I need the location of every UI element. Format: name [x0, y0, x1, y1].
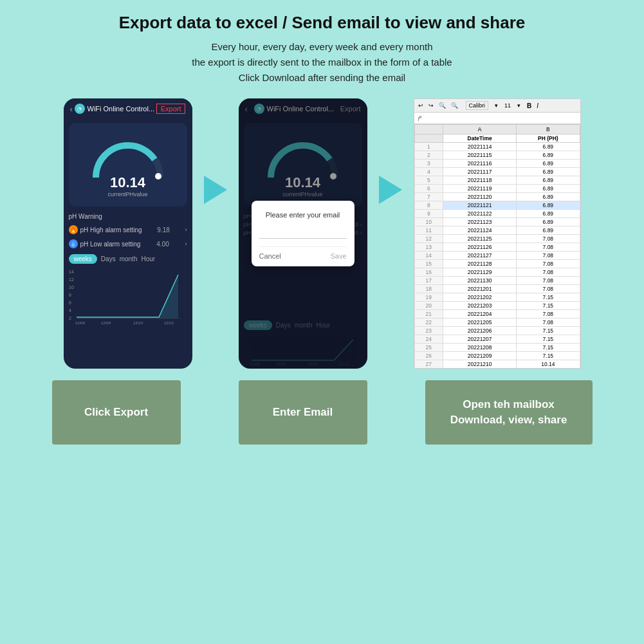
ph-cell: 6.89: [517, 176, 580, 185]
ph-cell: 6.89: [517, 168, 580, 176]
dialog-title: Please enter your email: [259, 211, 347, 219]
svg-text:8: 8: [69, 293, 71, 297]
row-num: 11: [414, 226, 443, 235]
table-row: 26 20221209 7.15: [414, 352, 580, 360]
arrow2-icon: [379, 176, 402, 204]
ph-cell: 7.15: [517, 327, 580, 335]
ph-cell: 10.14: [517, 360, 580, 369]
table-row: 13 20221126 7.08: [414, 243, 580, 252]
step2-label-box: Enter Email: [239, 380, 367, 445]
phone1-tab-hour[interactable]: Hour: [141, 255, 155, 262]
phone1-alarm-low-label: pH Low alarm setting: [80, 241, 141, 248]
table-row: 22 20221205 7.08: [414, 318, 580, 327]
row-num: 21: [414, 310, 443, 318]
svg-text:12/10: 12/10: [133, 321, 143, 325]
undo2-icon[interactable]: ↪: [428, 102, 434, 109]
table-row: 11 20221124 6.89: [414, 226, 580, 235]
ph-cell: 7.08: [517, 235, 580, 243]
row-num: 12: [414, 235, 443, 243]
svg-text:10: 10: [69, 285, 74, 290]
date-cell: 20221124: [443, 226, 517, 235]
date-cell: 20221128: [443, 260, 517, 268]
col-b-header[interactable]: B: [517, 125, 580, 134]
svg-text:12/06: 12/06: [75, 321, 86, 325]
table-row: 25 20221208 7.15: [414, 344, 580, 352]
table-row: 5 20221118 6.89: [414, 176, 580, 185]
row-num: 27: [414, 360, 443, 369]
zoom-in-icon[interactable]: 🔍: [451, 102, 458, 109]
table-row: 27 20221210 10.14: [414, 360, 580, 369]
table-row: 21 20221204 7.08: [414, 310, 580, 318]
table-row: 18 20221201 7.08: [414, 285, 580, 293]
labels-row: Click Export Enter Email Open teh mailbo…: [19, 380, 625, 445]
ph-cell: 7.08: [517, 318, 580, 327]
header-date: DateTime: [443, 134, 517, 143]
date-cell: 20221119: [443, 185, 517, 193]
dialog-email-input[interactable]: [259, 226, 347, 239]
formula-fx: fx: [418, 114, 422, 122]
phone1-tab-month[interactable]: month: [120, 255, 138, 262]
date-cell: 20221122: [443, 210, 517, 218]
table-row: 9 20221122 6.89: [414, 210, 580, 218]
phone1: ‹ ◔ WiFi Online Control... Export 10.14 …: [64, 98, 192, 369]
page-title: Export data to excel / Send email to vie…: [119, 13, 525, 33]
step1-label-box: Click Export: [52, 380, 181, 445]
phone1-tab-weeks[interactable]: weeks: [69, 254, 97, 264]
ph-cell: 7.08: [517, 252, 580, 260]
date-cell: 20221118: [443, 176, 517, 185]
row-num: 9: [414, 210, 443, 218]
phone1-alarm-high-arrow: ›: [185, 226, 187, 233]
row-num: 6: [414, 185, 443, 193]
row-num: 18: [414, 285, 443, 293]
page-subtitle: Every hour, every day, every week and ev…: [192, 39, 452, 86]
ph-cell: 7.15: [517, 335, 580, 344]
col-a-header[interactable]: A: [443, 125, 517, 134]
date-cell: 20221127: [443, 252, 517, 260]
dialog-cancel-button[interactable]: Cancel: [259, 252, 281, 260]
table-row: 7 20221120 6.89: [414, 193, 580, 201]
table-row: 10 20221123 6.89: [414, 218, 580, 226]
ph-cell: 7.08: [517, 277, 580, 285]
date-cell: 20221114: [443, 143, 517, 151]
date-cell: 20221206: [443, 327, 517, 335]
date-cell: 20221201: [443, 285, 517, 293]
date-cell: 20221207: [443, 335, 517, 344]
ph-cell: 6.89: [517, 143, 580, 151]
svg-text:2: 2: [69, 316, 71, 320]
font-selector[interactable]: Calibri: [466, 101, 489, 110]
row-num: 14: [414, 252, 443, 260]
svg-text:12/12: 12/12: [164, 321, 174, 325]
alarm-low-dot: 💧: [69, 239, 78, 248]
row-num: 26: [414, 352, 443, 360]
row-num: 25: [414, 344, 443, 352]
row-num: 4: [414, 168, 443, 176]
phone1-tab-days[interactable]: Days: [101, 255, 116, 262]
phone2: ‹ ◔ WiFi Online Control... Export 10.14 …: [239, 98, 367, 369]
ph-cell: 7.15: [517, 352, 580, 360]
row-num: 2: [414, 151, 443, 160]
step3-label-box: Open teh mailbox Download, view, share: [425, 380, 593, 445]
arrow-spacer1: [192, 380, 227, 445]
bold-button[interactable]: B: [527, 102, 531, 109]
phone1-header: ‹ ◔ WiFi Online Control... Export: [64, 98, 192, 119]
ph-cell: 6.89: [517, 160, 580, 168]
table-row: 3 20221116 6.89: [414, 160, 580, 168]
ph-cell: 6.89: [517, 185, 580, 193]
phone1-back-icon[interactable]: ‹: [70, 104, 73, 114]
phone1-gauge-value: 10.14: [110, 174, 145, 191]
arrow1: [204, 98, 227, 204]
undo-icon[interactable]: ↩: [418, 102, 423, 109]
italic-button[interactable]: I: [537, 102, 538, 109]
ph-cell: 7.15: [517, 302, 580, 310]
phone1-logo: ◔: [75, 104, 85, 114]
dialog-save-button[interactable]: Save: [330, 252, 346, 260]
ph-cell: 7.08: [517, 285, 580, 293]
svg-text:12/08: 12/08: [101, 321, 111, 325]
zoom-out-icon[interactable]: 🔍: [439, 102, 446, 109]
table-row: 20 20221203 7.15: [414, 302, 580, 310]
row-num: 19: [414, 293, 443, 302]
phone1-export-button[interactable]: Export: [156, 104, 186, 114]
ph-cell: 7.15: [517, 344, 580, 352]
date-cell: 20221202: [443, 293, 517, 302]
row-num: 5: [414, 176, 443, 185]
